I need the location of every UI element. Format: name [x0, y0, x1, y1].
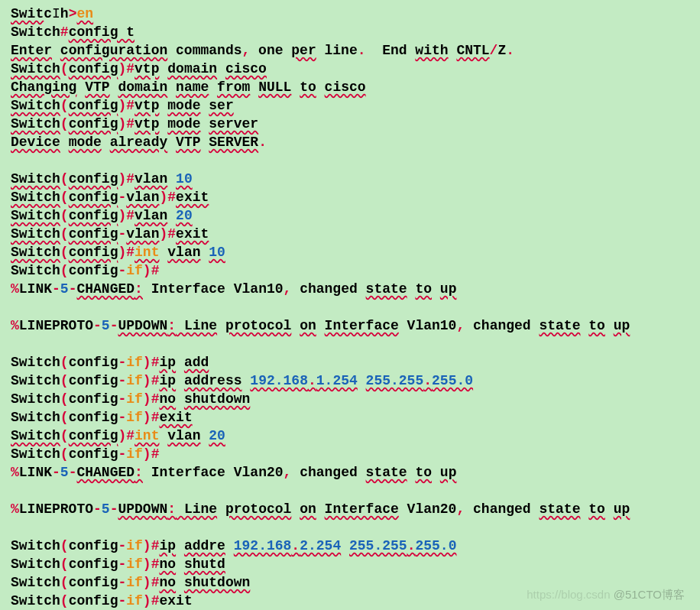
- terminal-line: Switch(config)#int vlan 10: [11, 243, 689, 261]
- terminal-line: Changing VTP domain name from NULL to ci…: [11, 78, 689, 96]
- terminal-line: Switch(config)#vtp domain cisco: [11, 60, 689, 78]
- terminal-line: SwitcIh>en: [11, 5, 689, 23]
- terminal-line: Switch(config)#vlan 20: [11, 206, 689, 225]
- terminal-line: Switch(config-if)#: [11, 261, 689, 280]
- terminal-line: [11, 298, 689, 316]
- terminal-line: [11, 151, 689, 170]
- terminal-output: SwitcIh>enSwitch#config tEnter configura…: [11, 5, 689, 610]
- terminal-line: Switch(config-vlan)#exit: [11, 188, 689, 206]
- terminal-line: Switch(config)#vtp mode ser: [11, 96, 689, 115]
- watermark: https://blog.csdn @51CTO博客: [527, 586, 685, 604]
- terminal-line: Switch(config-vlan)#exit: [11, 225, 689, 243]
- terminal-line: Switch(config-if)#: [11, 445, 689, 463]
- terminal-line: Switch(config)#vlan 10: [11, 170, 689, 188]
- terminal-line: Enter configuration commands, one per li…: [11, 41, 689, 60]
- terminal-line: %LINK-5-CHANGED: Interface Vlan20, chang…: [11, 463, 689, 482]
- terminal-line: %LINEPROTO-5-UPDOWN: Line protocol on In…: [11, 500, 689, 518]
- terminal-line: Switch(config-if)#exit: [11, 408, 689, 427]
- terminal-line: Device mode already VTP SERVER.: [11, 133, 689, 151]
- terminal-line: Switch(config-if)#ip address 192.168.1.2…: [11, 372, 689, 390]
- watermark-url: https://blog.csdn: [527, 588, 613, 601]
- watermark-text: @51CTO博客: [614, 588, 685, 601]
- terminal-line: Switch(config-if)#ip addre 192.168.2.254…: [11, 537, 689, 555]
- terminal-line: Switch(config-if)#ip add: [11, 353, 689, 372]
- terminal-line: Switch(config)#vtp mode server: [11, 115, 689, 133]
- terminal-line: Switch(config)#int vlan 20: [11, 427, 689, 445]
- terminal-line: %LINK-5-CHANGED: Interface Vlan10, chang…: [11, 280, 689, 298]
- terminal-line: %LINEPROTO-5-UPDOWN: Line protocol on In…: [11, 316, 689, 335]
- terminal-line: Switch(config-if)#no shutdown: [11, 390, 689, 408]
- terminal-line: Switch#config t: [11, 23, 689, 41]
- terminal-line: [11, 482, 689, 500]
- terminal-line: [11, 335, 689, 353]
- terminal-line: [11, 518, 689, 537]
- terminal-line: Switch(config-if)#no shutd: [11, 555, 689, 573]
